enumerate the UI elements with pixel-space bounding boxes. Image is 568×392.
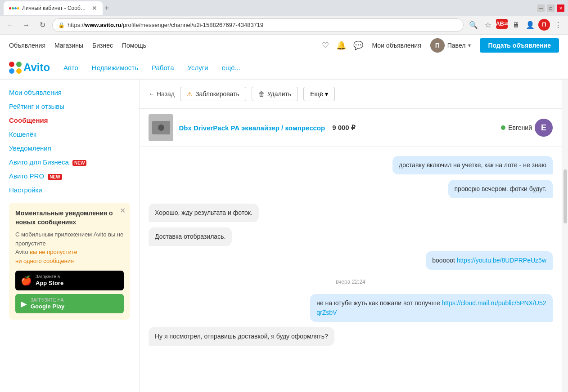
sidebar-item-my-ads[interactable]: Мои объявления bbox=[9, 89, 130, 96]
search-icon[interactable]: 🔍 bbox=[467, 19, 480, 31]
avito-logo-dots bbox=[9, 62, 22, 74]
sidebar-item-ratings[interactable]: Рейтинг и отзывы bbox=[9, 102, 130, 110]
sidebar-item-settings[interactable]: Настройки bbox=[9, 186, 130, 194]
lock-icon: 🔒 bbox=[58, 22, 65, 28]
promo-title: Моментальные уведомления о новых сообщен… bbox=[15, 209, 124, 227]
sidebar-item-messages[interactable]: Сообщения bbox=[9, 116, 130, 124]
topnav-user-chevron: ▾ bbox=[468, 42, 471, 49]
topnav-user[interactable]: П Павел ▾ bbox=[430, 38, 471, 53]
message-time-1: вчера 22:24 bbox=[149, 279, 553, 285]
chat-product-header: Dbx DriverPack PA эквалайзер / компрессо… bbox=[140, 109, 562, 147]
chat-toolbar: ← Назад ⚠ Заблокировать 🗑 Удалить Ещё ▾ bbox=[140, 80, 562, 109]
secondnav-realty-link[interactable]: Недвижимость bbox=[92, 64, 138, 71]
business-badge: NEW bbox=[72, 160, 86, 166]
sidebar: Мои объявления Рейтинг и отзывы Сообщени… bbox=[0, 80, 140, 392]
pro-badge: NEW bbox=[48, 174, 62, 180]
chat-scrollbar[interactable] bbox=[562, 80, 568, 392]
secondnav-jobs-link[interactable]: Работа bbox=[152, 64, 174, 71]
back-btn[interactable]: ← Назад bbox=[149, 90, 175, 98]
post-ad-btn[interactable]: Подать объявление bbox=[480, 38, 559, 53]
extension-icon2[interactable]: 🖥 bbox=[509, 19, 522, 31]
notifications-icon[interactable]: 🔔 bbox=[336, 40, 346, 50]
sidebar-promo: ✕ Моментальные уведомления о новых сообщ… bbox=[9, 203, 130, 320]
active-browser-tab[interactable]: Личный кабинет - Сообщения - Ав... ✕ bbox=[4, 1, 103, 15]
seller-name: Евгений bbox=[508, 124, 532, 131]
product-image-placeholder bbox=[149, 114, 173, 141]
messages-icon[interactable]: 💬 bbox=[353, 40, 363, 50]
reload-btn[interactable]: ↻ bbox=[36, 19, 49, 31]
google-play-icon: ▶ bbox=[21, 299, 27, 309]
message-sent-2: проверю вечером. фотки будут. bbox=[448, 180, 553, 198]
topnav-help-link[interactable]: Помощь bbox=[122, 42, 146, 49]
logo-dot-red bbox=[9, 62, 14, 67]
topnav-username: Павел bbox=[447, 42, 466, 49]
youtube-link[interactable]: https://youtu.be/8UDPRPeUz5w bbox=[457, 257, 546, 264]
message-sent-1: доставку включил на учетке, как на лоте … bbox=[392, 156, 553, 174]
chevron-down-icon: ▾ bbox=[325, 90, 328, 98]
message-received-1: Хорошо, жду результата и фоток. bbox=[149, 204, 259, 222]
avito-logo[interactable]: Avito bbox=[9, 61, 50, 74]
product-seller: Евгений Е bbox=[501, 119, 553, 137]
back-nav-btn[interactable]: ← bbox=[4, 19, 16, 31]
bookmark-icon[interactable]: ☆ bbox=[482, 19, 494, 31]
topnav-icons: ♡ 🔔 💬 bbox=[322, 40, 363, 50]
sidebar-item-pro[interactable]: Авито PRO NEW bbox=[9, 172, 130, 180]
browser-tabs: Личный кабинет - Сообщения - Ав... ✕ + bbox=[4, 1, 537, 15]
product-title[interactable]: Dbx DriverPack PA эквалайзер / компрессо… bbox=[179, 124, 325, 132]
favorites-icon[interactable]: ♡ bbox=[322, 40, 329, 50]
scrollbar-thumb bbox=[563, 169, 567, 223]
chat-messages[interactable]: доставку включил на учетке, как на лоте … bbox=[140, 147, 562, 392]
sidebar-item-notifications[interactable]: Уведомления bbox=[9, 144, 130, 152]
avatar-placeholder: П bbox=[430, 38, 445, 53]
browser-chrome: Личный кабинет - Сообщения - Ав... ✕ + —… bbox=[0, 0, 568, 35]
extension-icon3[interactable]: 👤 bbox=[524, 19, 536, 31]
sidebar-item-wallet[interactable]: Кошелёк bbox=[9, 130, 130, 138]
fav-dot-yellow bbox=[17, 7, 19, 9]
block-btn[interactable]: ⚠ Заблокировать bbox=[180, 87, 246, 101]
secondnav-auto-link[interactable]: Авто bbox=[63, 64, 78, 71]
topnav-business-link[interactable]: Бизнес bbox=[92, 42, 113, 49]
topnav-stores-link[interactable]: Магазины bbox=[54, 42, 83, 49]
topnav-my-ads-link[interactable]: Мои объявления bbox=[372, 42, 421, 49]
extension-icon1[interactable]: АВ15 bbox=[496, 19, 508, 29]
avito-secondnav: Avito Авто Недвижимость Работа Услуги ещ… bbox=[0, 56, 568, 80]
sidebar-item-business[interactable]: Авито для Бизнеса NEW bbox=[9, 158, 130, 166]
fav-dot-red bbox=[9, 7, 11, 9]
seller-avatar[interactable]: Е bbox=[535, 119, 553, 137]
message-sent-3: booooot https://youtu.be/8UDPRPeUz5w bbox=[426, 251, 553, 270]
topnav-ads-link[interactable]: Объявления bbox=[9, 42, 45, 49]
avito-logo-text: Avito bbox=[23, 61, 50, 74]
profile-icon[interactable]: П bbox=[538, 19, 550, 31]
url-host: https:// bbox=[68, 22, 85, 28]
warn-icon: ⚠ bbox=[187, 90, 193, 98]
tab-close-btn[interactable]: ✕ bbox=[92, 4, 97, 12]
main-layout: Мои объявления Рейтинг и отзывы Сообщени… bbox=[0, 80, 568, 392]
secondnav-more-link[interactable]: ещё... bbox=[222, 64, 241, 71]
new-tab-btn[interactable]: + bbox=[104, 4, 109, 13]
browser-toolbar-icons: 🔍 ☆ АВ15 🖥 👤 П ⋮ bbox=[467, 19, 564, 31]
more-btn[interactable]: Ещё ▾ bbox=[303, 87, 335, 101]
minimize-btn[interactable]: — bbox=[537, 4, 545, 12]
product-price: 9 000 ₽ bbox=[332, 124, 356, 132]
online-indicator bbox=[501, 125, 505, 130]
fav-dot-green bbox=[12, 7, 14, 9]
trash-icon: 🗑 bbox=[258, 90, 265, 98]
forward-nav-btn[interactable]: → bbox=[20, 19, 32, 31]
apple-icon: 🍎 bbox=[21, 275, 32, 286]
url-path: /profile/messenger/channel/u2i-158826769… bbox=[121, 22, 263, 28]
app-store-text: Загрузите в App Store bbox=[36, 274, 63, 287]
message-sent-4: не на ютубе жуть как пожали вот получше … bbox=[310, 294, 553, 322]
address-bar[interactable]: 🔒 https://www.avito.ru/profile/messenger… bbox=[52, 18, 464, 32]
close-btn[interactable]: ✕ bbox=[557, 4, 564, 12]
google-play-btn[interactable]: ▶ ЗАГРУЗИТЕ НА Google Play bbox=[15, 294, 124, 314]
app-store-btn[interactable]: 🍎 Загрузите в App Store bbox=[15, 271, 124, 290]
maximize-btn[interactable]: □ bbox=[547, 4, 554, 12]
logo-dot-yellow bbox=[16, 68, 22, 74]
delete-btn[interactable]: 🗑 Удалить bbox=[252, 87, 298, 101]
promo-close-btn[interactable]: ✕ bbox=[120, 206, 126, 215]
topnav-avatar: П bbox=[430, 38, 445, 53]
tab-title: Личный кабинет - Сообщения - Ав... bbox=[22, 5, 89, 11]
secondnav-services-link[interactable]: Услуги bbox=[188, 64, 208, 71]
promo-desc: С мобильным приложением Avito вы не проп… bbox=[15, 230, 124, 265]
menu-icon[interactable]: ⋮ bbox=[552, 19, 564, 31]
